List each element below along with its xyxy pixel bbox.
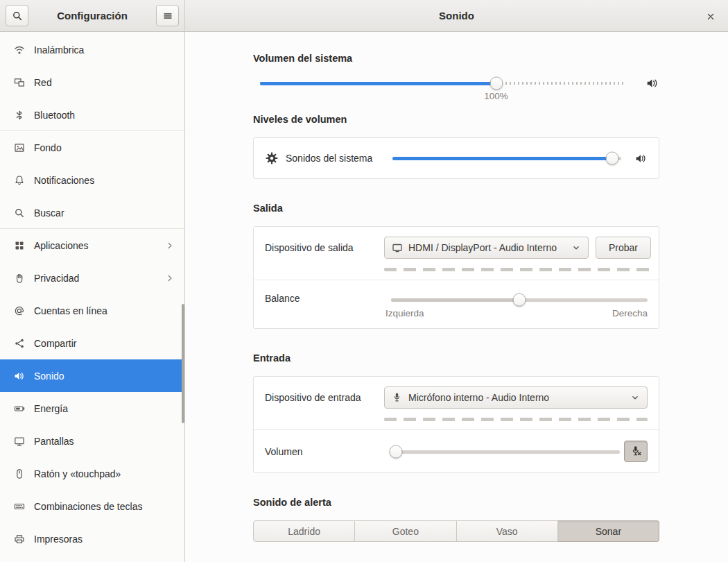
sidebar-item-label: Buscar	[34, 207, 176, 219]
sidebar-item-energia[interactable]: Energía	[0, 392, 184, 425]
volume-levels-section: Niveles de volumen Sonidos del sistema	[253, 114, 659, 179]
sidebar-headerbar: Configuración	[0, 0, 185, 31]
system-sounds-mute-button[interactable]	[634, 151, 648, 165]
slider-handle[interactable]	[489, 77, 503, 90]
sidebar-item-buscar[interactable]: Buscar	[0, 196, 184, 229]
system-volume-mute-button[interactable]	[645, 76, 659, 90]
test-speakers-button[interactable]: Probar	[596, 237, 651, 259]
hand-privacy-icon	[14, 273, 25, 284]
balance-row: Balance Izquierda Derecha	[254, 280, 659, 328]
close-button[interactable]	[702, 8, 720, 26]
sidebar-item-label: Bluetooth	[34, 110, 176, 121]
settings-window: Configuración Sonido Inalámbri	[0, 0, 728, 562]
balance-right-label: Derecha	[612, 308, 648, 318]
audio-card-icon	[392, 242, 403, 253]
titlebar: Configuración Sonido	[0, 0, 728, 32]
alert-option-ladrido[interactable]: Ladrido	[253, 520, 355, 542]
input-volume-row: Volumen	[254, 429, 659, 472]
system-volume-heading: Volumen del sistema	[253, 53, 659, 64]
output-device-row: Dispositivo de salida HDMI / DisplayPort…	[254, 227, 659, 280]
mouse-icon	[14, 468, 25, 479]
alert-option-sonar[interactable]: Sonar	[558, 520, 659, 542]
sidebar-item-combinaciones-teclas[interactable]: Combinaciones de teclas	[0, 490, 184, 522]
alert-sound-group: Ladrido Goteo Vaso Sonar	[253, 520, 659, 542]
input-volume-slider[interactable]	[391, 445, 620, 459]
slider-handle[interactable]	[389, 445, 402, 458]
sidebar: Inalámbrica Red Bluetooth Fondo	[0, 32, 185, 562]
sidebar-item-label: Ratón y «touchpad»	[34, 468, 176, 479]
input-device-label: Dispositivo de entrada	[265, 386, 384, 409]
sidebar-item-label: Combinaciones de teclas	[34, 501, 176, 512]
wifi-icon	[14, 44, 25, 56]
chevron-down-icon	[571, 243, 581, 253]
sidebar-item-raton-touchpad[interactable]: Ratón y «touchpad»	[0, 457, 184, 490]
volume-level-row: Sonidos del sistema	[254, 138, 659, 178]
chevron-down-icon	[630, 393, 640, 402]
sidebar-item-label: Impresoras	[34, 534, 176, 545]
search-icon	[12, 10, 23, 22]
system-volume-slider[interactable]: 100%	[260, 76, 623, 90]
sidebar-scrollbar[interactable]	[182, 304, 184, 423]
menu-button[interactable]	[156, 5, 179, 26]
sidebar-item-fondo[interactable]: Fondo	[0, 131, 184, 164]
input-heading: Entrada	[253, 352, 659, 364]
volume-high-icon	[646, 77, 659, 90]
input-volume-label: Volumen	[265, 446, 384, 457]
output-heading: Salida	[253, 203, 659, 214]
sidebar-item-red[interactable]: Red	[0, 66, 184, 99]
sidebar-item-notificaciones[interactable]: Notificaciones	[0, 164, 184, 196]
alert-option-goteo[interactable]: Goteo	[355, 520, 456, 542]
bell-icon	[14, 175, 25, 186]
hamburger-icon	[162, 10, 173, 22]
sidebar-item-label: Energía	[34, 403, 176, 414]
balance-slider[interactable]	[391, 293, 648, 307]
system-volume-section: Volumen del sistema 100%	[253, 53, 659, 90]
sidebar-item-label: Compartir	[34, 338, 176, 349]
speaker-icon	[14, 371, 25, 382]
printer-icon	[14, 534, 25, 545]
output-device-label: Dispositivo de salida	[265, 237, 384, 259]
background-icon	[14, 142, 25, 153]
gear-icon	[265, 151, 279, 165]
sound-panel: Volumen del sistema 100%	[185, 32, 728, 562]
input-device-dropdown[interactable]: Micrófono interno - Audio Interno	[384, 386, 648, 409]
slider-track	[391, 450, 620, 454]
system-sounds-slider[interactable]	[392, 151, 621, 165]
microphone-muted-icon	[630, 445, 642, 457]
input-mute-button[interactable]	[624, 441, 648, 462]
sidebar-item-sonido[interactable]: Sonido	[0, 359, 184, 392]
sidebar-item-cuentas-en-linea[interactable]: Cuentas en línea	[0, 294, 184, 327]
output-device-value: HDMI / DisplayPort - Audio Interno	[408, 242, 566, 253]
volume-levels-heading: Niveles de volumen	[253, 114, 659, 125]
input-section: Entrada Dispositivo de entrada Micrófono…	[253, 352, 659, 473]
main-headerbar: Sonido	[185, 0, 728, 31]
slider-fill	[260, 82, 496, 85]
sidebar-item-label: Notificaciones	[34, 175, 176, 186]
alert-sound-section: Sonido de alerta Ladrido Goteo Vaso Sona…	[253, 497, 659, 542]
volume-high-icon	[635, 153, 647, 164]
share-icon	[14, 338, 25, 349]
sidebar-item-privacidad[interactable]: Privacidad	[0, 262, 184, 294]
sidebar-item-compartir[interactable]: Compartir	[0, 327, 184, 359]
close-icon	[706, 12, 716, 22]
keyboard-icon	[14, 501, 25, 512]
at-symbol-icon	[14, 305, 25, 316]
alert-sound-heading: Sonido de alerta	[253, 497, 659, 508]
sidebar-item-pantallas[interactable]: Pantallas	[0, 425, 184, 457]
sidebar-item-inalambrica[interactable]: Inalámbrica	[0, 33, 184, 66]
slider-handle[interactable]	[605, 152, 618, 165]
balance-label: Balance	[265, 291, 384, 305]
sidebar-item-impresoras[interactable]: Impresoras	[0, 522, 184, 555]
sidebar-item-label: Privacidad	[34, 273, 156, 284]
sidebar-item-bluetooth[interactable]: Bluetooth	[0, 99, 184, 131]
sidebar-item-label: Aplicaciones	[34, 240, 156, 251]
search-button[interactable]	[6, 5, 28, 26]
slider-handle[interactable]	[513, 293, 526, 307]
alert-option-vaso[interactable]: Vaso	[457, 520, 558, 542]
balance-left-label: Izquierda	[385, 308, 424, 318]
chevron-right-icon	[165, 240, 176, 251]
volume-level-label: Sonidos del sistema	[286, 153, 385, 164]
sidebar-item-aplicaciones[interactable]: Aplicaciones	[0, 229, 184, 262]
input-device-row: Dispositivo de entrada Micrófono interno…	[254, 377, 659, 429]
output-device-dropdown[interactable]: HDMI / DisplayPort - Audio Interno	[384, 237, 589, 259]
